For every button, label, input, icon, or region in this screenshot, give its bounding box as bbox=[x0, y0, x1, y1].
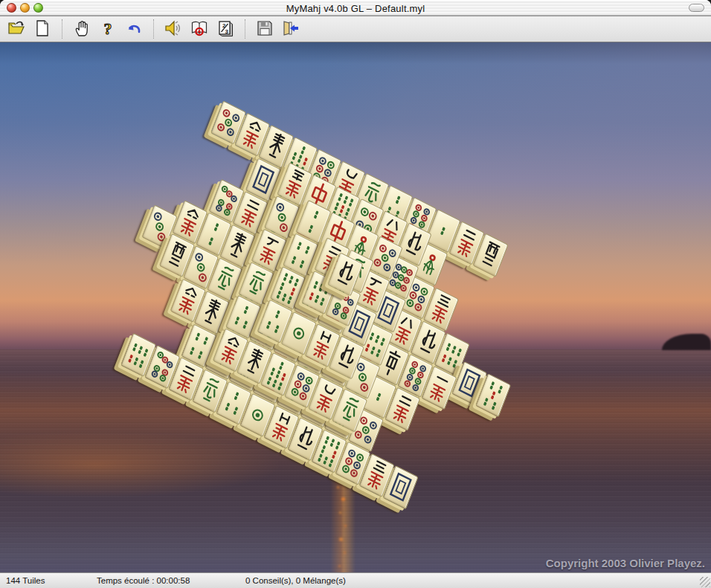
undo-icon bbox=[124, 19, 144, 40]
quit-icon bbox=[281, 19, 300, 40]
game-area: Copyright 2003 Olivier Playez. bbox=[0, 42, 711, 572]
open-file-icon bbox=[7, 19, 26, 40]
svg-text:?: ? bbox=[104, 19, 112, 38]
help-icon: ? bbox=[98, 19, 118, 40]
title-bar[interactable]: MyMahj v4.0b GL – Default.myl bbox=[0, 0, 711, 16]
toolbar-separator bbox=[62, 19, 62, 39]
app-window: MyMahj v4.0b GL – Default.myl ?23 Copyri… bbox=[0, 0, 711, 588]
tile-counter-icon: 23 bbox=[216, 19, 235, 40]
pause-hand-icon bbox=[72, 19, 91, 40]
open-file-button[interactable] bbox=[4, 18, 28, 40]
status-bar: 144 Tuiles Temps écoulé : 00:00:58 0 Con… bbox=[0, 572, 711, 588]
toolbar-separator bbox=[245, 19, 245, 39]
elapsed-time-label: Temps écoulé : 00:00:58 bbox=[97, 576, 190, 585]
hints-shuffles-label: 0 Conseil(s), 0 Mélange(s) bbox=[245, 576, 346, 585]
quit-button[interactable] bbox=[279, 18, 303, 40]
svg-text:3: 3 bbox=[225, 28, 229, 34]
toolbar-toggle-button[interactable] bbox=[689, 4, 704, 12]
rules-book-icon bbox=[190, 19, 209, 40]
sound-icon bbox=[164, 19, 183, 40]
tile-counter-button[interactable]: 23 bbox=[213, 18, 237, 40]
rules-book-button[interactable] bbox=[187, 18, 211, 40]
pause-hand-button[interactable] bbox=[70, 18, 94, 40]
new-game-icon bbox=[33, 19, 52, 40]
tile-count-label: 144 Tuiles bbox=[6, 576, 45, 585]
window-title: MyMahj v4.0b GL – Default.myl bbox=[0, 3, 711, 14]
toolbar-separator bbox=[153, 19, 154, 39]
save-button[interactable] bbox=[253, 18, 277, 40]
toolbar: ?23 bbox=[0, 16, 711, 42]
help-button[interactable]: ? bbox=[96, 18, 120, 40]
save-icon bbox=[255, 19, 274, 40]
resize-grip[interactable] bbox=[700, 577, 710, 587]
undo-button[interactable] bbox=[122, 18, 146, 40]
new-game-button[interactable] bbox=[30, 18, 54, 40]
sound-button[interactable] bbox=[161, 18, 185, 40]
copyright-text: Copyright 2003 Olivier Playez. bbox=[546, 557, 705, 569]
